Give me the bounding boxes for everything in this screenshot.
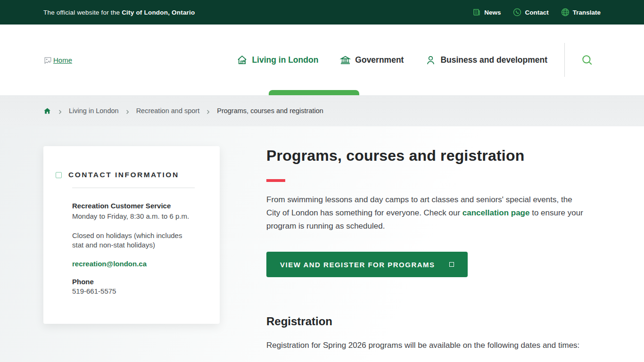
news-icon xyxy=(472,8,481,16)
chevron-right-icon xyxy=(206,108,211,114)
tagline-prefix: The official website for the xyxy=(43,9,122,16)
home-logo[interactable]: Home xyxy=(43,56,72,64)
tagline-city: City of London, Ontario xyxy=(122,9,195,16)
search-button[interactable] xyxy=(579,52,595,68)
search-icon xyxy=(581,54,593,66)
red-accent-bar xyxy=(266,179,285,182)
contact-card-body: Recreation Customer Service Monday to Fr… xyxy=(72,201,207,296)
breadcrumb-band: Living in London Recreation and sport Pr… xyxy=(0,95,644,126)
chevron-right-icon xyxy=(58,108,63,114)
external-link-icon xyxy=(449,262,454,267)
translate-link[interactable]: Translate xyxy=(561,8,601,16)
nav-business-label: Business and development xyxy=(440,55,547,65)
breadcrumb-current-page: Programs, courses and registration xyxy=(217,107,323,115)
nav-business-development[interactable]: Business and development xyxy=(425,55,547,66)
card-divider xyxy=(72,188,195,188)
page-title: Programs, courses and registration xyxy=(266,147,585,165)
service-name: Recreation Customer Service xyxy=(72,201,207,211)
phone-icon xyxy=(513,8,521,16)
translate-label: Translate xyxy=(573,9,601,16)
news-link[interactable]: News xyxy=(472,8,501,16)
broken-image-icon xyxy=(43,56,52,64)
chevron-right-icon xyxy=(125,108,130,114)
breadcrumb-recreation-and-sport[interactable]: Recreation and sport xyxy=(136,107,200,115)
house-icon xyxy=(237,55,248,66)
registration-heading: Registration xyxy=(266,315,585,328)
nav-government-label: Government xyxy=(355,55,404,65)
contact-label: Contact xyxy=(525,9,548,16)
site-tagline: The official website for the City of Lon… xyxy=(43,9,195,16)
intro-paragraph: From swimming lessons and day camps to a… xyxy=(266,193,585,233)
view-and-register-button[interactable]: VIEW AND REGISTER FOR PROGRAMS xyxy=(266,252,468,277)
contact-link[interactable]: Contact xyxy=(513,8,548,16)
contact-card-title: CONTACT INFORMATION xyxy=(68,171,179,179)
breadcrumb: Living in London Recreation and sport Pr… xyxy=(43,107,323,115)
phone-number: 519-661-5575 xyxy=(72,287,207,296)
topbar: The official website for the City of Lon… xyxy=(0,0,644,25)
contact-information-card: CONTACT INFORMATION Recreation Customer … xyxy=(43,146,220,324)
phone-label: Phone xyxy=(72,277,207,287)
service-hours: Monday to Friday, 8:30 a.m. to 6 p.m. xyxy=(72,212,207,221)
breadcrumb-living-in-london[interactable]: Living in London xyxy=(69,107,119,115)
header-divider xyxy=(564,43,565,77)
nav-living-in-london[interactable]: Living in London xyxy=(237,55,318,66)
government-building-icon xyxy=(340,55,351,66)
registration-paragraph: Registration for Spring 2026 programs wi… xyxy=(266,341,585,350)
main-nav: Living in London Government Business and… xyxy=(237,55,547,66)
page-body: CONTACT INFORMATION Recreation Customer … xyxy=(0,126,644,362)
view-and-register-label: VIEW AND REGISTER FOR PROGRAMS xyxy=(280,261,435,269)
nav-living-label: Living in London xyxy=(252,55,318,65)
cancellation-page-link[interactable]: cancellation page xyxy=(462,208,530,217)
contact-card-icon xyxy=(56,172,62,178)
nav-government[interactable]: Government xyxy=(340,55,404,66)
home-logo-label: Home xyxy=(53,56,72,64)
email-link[interactable]: recreation@london.ca xyxy=(72,259,147,269)
globe-icon xyxy=(561,8,570,16)
closed-note: Closed on holidays (which includes stat … xyxy=(72,231,191,250)
card-title-row: CONTACT INFORMATION xyxy=(56,171,207,179)
breadcrumb-home-icon[interactable] xyxy=(43,107,51,115)
site-header: Home Living in London Government Busines… xyxy=(0,25,644,95)
news-label: News xyxy=(484,9,501,16)
person-icon xyxy=(425,55,436,66)
topbar-links: News Contact Translate xyxy=(472,8,601,16)
active-nav-indicator xyxy=(269,90,359,95)
main-content: Programs, courses and registration From … xyxy=(266,146,585,350)
